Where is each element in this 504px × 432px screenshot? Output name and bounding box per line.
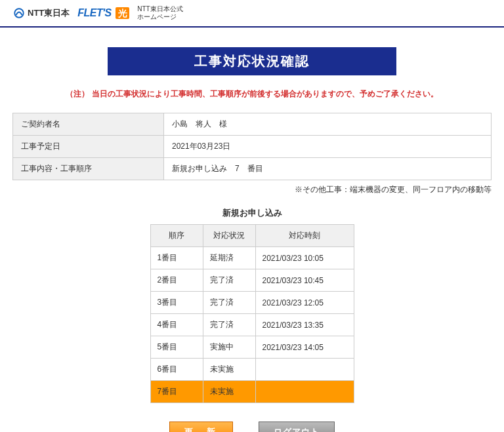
table-row: 3番目完了済2021/03/23 12:05 bbox=[150, 292, 354, 314]
flets-text: FLET'S bbox=[77, 7, 111, 18]
page-title: 工事対応状況確認 bbox=[108, 47, 396, 75]
ntt-logo-icon bbox=[13, 7, 25, 19]
sub-note: ※その他工事：端末機器の変更、同一フロア内の移動等 bbox=[12, 184, 492, 195]
cell-time: 2021/03/23 10:05 bbox=[255, 247, 354, 269]
cell-order: 7番目 bbox=[150, 381, 203, 403]
info-table: ご契約者名 小島 将人 様 工事予定日 2021年03月23日 工事内容・工事順… bbox=[12, 113, 492, 180]
cell-status: 実施中 bbox=[203, 336, 255, 359]
info-value-content: 新規お申し込み 7 番目 bbox=[164, 158, 492, 180]
cell-time bbox=[255, 381, 354, 403]
hikari-badge: 光 bbox=[116, 7, 130, 19]
header-sub-line2: ホームページ bbox=[137, 13, 177, 20]
cell-status: 完了済 bbox=[203, 314, 255, 336]
cell-status: 未実施 bbox=[203, 359, 255, 381]
cell-order: 4番目 bbox=[150, 314, 203, 336]
status-header-order: 順序 bbox=[150, 225, 203, 247]
cell-order: 6番目 bbox=[150, 359, 203, 381]
info-row-date: 工事予定日 2021年03月23日 bbox=[13, 136, 492, 158]
info-value-date: 2021年03月23日 bbox=[164, 136, 492, 158]
status-header-status: 対応状況 bbox=[203, 225, 255, 247]
header-sub-line1: NTT東日本公式 bbox=[137, 5, 182, 12]
cell-time: 2021/03/23 12:05 bbox=[255, 292, 354, 314]
cell-order: 1番目 bbox=[150, 247, 203, 269]
status-header-time: 対応時刻 bbox=[255, 225, 354, 247]
svg-point-0 bbox=[14, 9, 24, 18]
cell-time: 2021/03/23 13:35 bbox=[255, 314, 354, 336]
table-row: 6番目未実施 bbox=[150, 359, 354, 381]
table-row: 7番目未実施 bbox=[150, 381, 354, 403]
info-label-customer: ご契約者名 bbox=[13, 113, 164, 136]
header: NTT東日本 FLET'S 光 NTT東日本公式 ホームページ bbox=[0, 0, 504, 28]
table-row: 2番目完了済2021/03/23 10:45 bbox=[150, 269, 354, 292]
cell-order: 3番目 bbox=[150, 292, 203, 314]
info-value-customer: 小島 将人 様 bbox=[164, 113, 492, 136]
cell-order: 2番目 bbox=[150, 269, 203, 292]
ntt-logo: NTT東日本 bbox=[13, 7, 70, 19]
cell-status: 完了済 bbox=[203, 269, 255, 292]
cell-time bbox=[255, 359, 354, 381]
header-subtitle: NTT東日本公式 ホームページ bbox=[137, 5, 182, 21]
cell-status: 延期済 bbox=[203, 247, 255, 269]
table-row: 1番目延期済2021/03/23 10:05 bbox=[150, 247, 354, 269]
info-label-content: 工事内容・工事順序 bbox=[13, 158, 164, 180]
section-title: 新規お申し込み bbox=[7, 207, 497, 219]
cell-time: 2021/03/23 10:45 bbox=[255, 269, 354, 292]
cell-order: 5番目 bbox=[150, 336, 203, 359]
table-row: 5番目実施中2021/03/23 14:05 bbox=[150, 336, 354, 359]
status-table: 順序 対応状況 対応時刻 1番目延期済2021/03/23 10:052番目完了… bbox=[150, 224, 354, 403]
info-label-date: 工事予定日 bbox=[13, 136, 164, 158]
notice-text: （注） 当日の工事状況により工事時間、工事順序が前後する場合がありますので、予め… bbox=[7, 88, 497, 100]
logout-button[interactable]: ログアウト bbox=[259, 422, 335, 432]
cell-time: 2021/03/23 14:05 bbox=[255, 336, 354, 359]
button-row: 更 新 ログアウト bbox=[7, 422, 497, 432]
table-row: 4番目完了済2021/03/23 13:35 bbox=[150, 314, 354, 336]
cell-status: 完了済 bbox=[203, 292, 255, 314]
info-row-customer: ご契約者名 小島 将人 様 bbox=[13, 113, 492, 136]
info-row-content: 工事内容・工事順序 新規お申し込み 7 番目 bbox=[13, 158, 492, 180]
ntt-logo-text: NTT東日本 bbox=[28, 7, 70, 19]
cell-status: 未実施 bbox=[203, 381, 255, 403]
refresh-button[interactable]: 更 新 bbox=[169, 422, 233, 432]
flets-logo: FLET'S 光 bbox=[77, 7, 129, 20]
